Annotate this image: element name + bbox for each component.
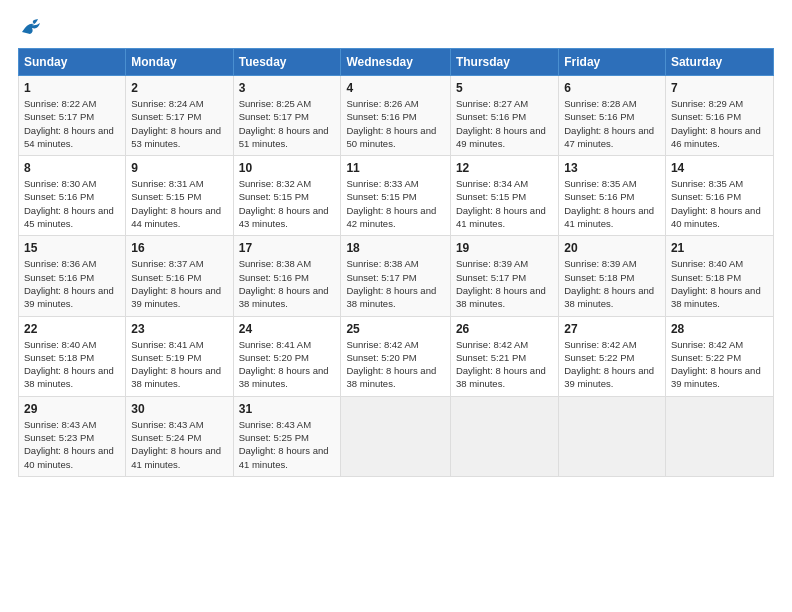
day-number: 8	[24, 161, 120, 175]
day-number: 21	[671, 241, 768, 255]
sunrise-text: Sunrise: 8:35 AM	[564, 177, 660, 190]
calendar-table: SundayMondayTuesdayWednesdayThursdayFrid…	[18, 48, 774, 477]
calendar-cell: 12 Sunrise: 8:34 AM Sunset: 5:15 PM Dayl…	[450, 156, 558, 236]
sunset-text: Sunset: 5:17 PM	[456, 271, 553, 284]
sunset-text: Sunset: 5:17 PM	[131, 110, 227, 123]
day-info: Sunrise: 8:24 AM Sunset: 5:17 PM Dayligh…	[131, 97, 227, 150]
calendar-cell: 6 Sunrise: 8:28 AM Sunset: 5:16 PM Dayli…	[559, 76, 666, 156]
sunset-text: Sunset: 5:20 PM	[239, 351, 336, 364]
sunset-text: Sunset: 5:15 PM	[456, 190, 553, 203]
sunset-text: Sunset: 5:16 PM	[456, 110, 553, 123]
sunset-text: Sunset: 5:17 PM	[346, 271, 445, 284]
sunset-text: Sunset: 5:23 PM	[24, 431, 120, 444]
day-info: Sunrise: 8:42 AM Sunset: 5:20 PM Dayligh…	[346, 338, 445, 391]
day-number: 1	[24, 81, 120, 95]
calendar-cell: 24 Sunrise: 8:41 AM Sunset: 5:20 PM Dayl…	[233, 316, 341, 396]
day-info: Sunrise: 8:26 AM Sunset: 5:16 PM Dayligh…	[346, 97, 445, 150]
day-number: 17	[239, 241, 336, 255]
day-info: Sunrise: 8:31 AM Sunset: 5:15 PM Dayligh…	[131, 177, 227, 230]
sunrise-text: Sunrise: 8:26 AM	[346, 97, 445, 110]
day-info: Sunrise: 8:32 AM Sunset: 5:15 PM Dayligh…	[239, 177, 336, 230]
day-number: 15	[24, 241, 120, 255]
sunrise-text: Sunrise: 8:37 AM	[131, 257, 227, 270]
sunrise-text: Sunrise: 8:34 AM	[456, 177, 553, 190]
calendar-week-row: 29 Sunrise: 8:43 AM Sunset: 5:23 PM Dayl…	[19, 396, 774, 476]
day-info: Sunrise: 8:38 AM Sunset: 5:16 PM Dayligh…	[239, 257, 336, 310]
page-header	[18, 18, 774, 36]
day-number: 24	[239, 322, 336, 336]
calendar-cell	[665, 396, 773, 476]
daylight-text: Daylight: 8 hours and 41 minutes.	[456, 204, 553, 231]
sunrise-text: Sunrise: 8:22 AM	[24, 97, 120, 110]
day-number: 25	[346, 322, 445, 336]
logo-bird-icon	[20, 18, 42, 36]
daylight-text: Daylight: 8 hours and 54 minutes.	[24, 124, 120, 151]
sunrise-text: Sunrise: 8:39 AM	[456, 257, 553, 270]
sunset-text: Sunset: 5:20 PM	[346, 351, 445, 364]
day-info: Sunrise: 8:42 AM Sunset: 5:22 PM Dayligh…	[564, 338, 660, 391]
day-info: Sunrise: 8:38 AM Sunset: 5:17 PM Dayligh…	[346, 257, 445, 310]
sunset-text: Sunset: 5:24 PM	[131, 431, 227, 444]
day-info: Sunrise: 8:34 AM Sunset: 5:15 PM Dayligh…	[456, 177, 553, 230]
sunset-text: Sunset: 5:16 PM	[239, 271, 336, 284]
calendar-header-friday: Friday	[559, 49, 666, 76]
day-number: 10	[239, 161, 336, 175]
calendar-header-thursday: Thursday	[450, 49, 558, 76]
sunrise-text: Sunrise: 8:31 AM	[131, 177, 227, 190]
day-number: 4	[346, 81, 445, 95]
sunrise-text: Sunrise: 8:42 AM	[346, 338, 445, 351]
day-number: 20	[564, 241, 660, 255]
calendar-cell: 30 Sunrise: 8:43 AM Sunset: 5:24 PM Dayl…	[126, 396, 233, 476]
sunset-text: Sunset: 5:17 PM	[239, 110, 336, 123]
sunrise-text: Sunrise: 8:43 AM	[131, 418, 227, 431]
calendar-cell: 4 Sunrise: 8:26 AM Sunset: 5:16 PM Dayli…	[341, 76, 451, 156]
sunset-text: Sunset: 5:25 PM	[239, 431, 336, 444]
day-info: Sunrise: 8:28 AM Sunset: 5:16 PM Dayligh…	[564, 97, 660, 150]
logo	[18, 18, 42, 36]
day-info: Sunrise: 8:40 AM Sunset: 5:18 PM Dayligh…	[24, 338, 120, 391]
calendar-cell: 7 Sunrise: 8:29 AM Sunset: 5:16 PM Dayli…	[665, 76, 773, 156]
sunrise-text: Sunrise: 8:38 AM	[346, 257, 445, 270]
sunrise-text: Sunrise: 8:30 AM	[24, 177, 120, 190]
daylight-text: Daylight: 8 hours and 50 minutes.	[346, 124, 445, 151]
calendar-cell: 14 Sunrise: 8:35 AM Sunset: 5:16 PM Dayl…	[665, 156, 773, 236]
calendar-cell: 28 Sunrise: 8:42 AM Sunset: 5:22 PM Dayl…	[665, 316, 773, 396]
day-number: 6	[564, 81, 660, 95]
day-number: 3	[239, 81, 336, 95]
day-info: Sunrise: 8:43 AM Sunset: 5:24 PM Dayligh…	[131, 418, 227, 471]
daylight-text: Daylight: 8 hours and 41 minutes.	[239, 444, 336, 471]
daylight-text: Daylight: 8 hours and 42 minutes.	[346, 204, 445, 231]
sunset-text: Sunset: 5:15 PM	[131, 190, 227, 203]
daylight-text: Daylight: 8 hours and 44 minutes.	[131, 204, 227, 231]
day-number: 12	[456, 161, 553, 175]
day-info: Sunrise: 8:29 AM Sunset: 5:16 PM Dayligh…	[671, 97, 768, 150]
day-number: 18	[346, 241, 445, 255]
calendar-cell: 22 Sunrise: 8:40 AM Sunset: 5:18 PM Dayl…	[19, 316, 126, 396]
daylight-text: Daylight: 8 hours and 38 minutes.	[346, 284, 445, 311]
calendar-cell: 2 Sunrise: 8:24 AM Sunset: 5:17 PM Dayli…	[126, 76, 233, 156]
sunset-text: Sunset: 5:18 PM	[24, 351, 120, 364]
day-info: Sunrise: 8:40 AM Sunset: 5:18 PM Dayligh…	[671, 257, 768, 310]
daylight-text: Daylight: 8 hours and 39 minutes.	[24, 284, 120, 311]
calendar-week-row: 15 Sunrise: 8:36 AM Sunset: 5:16 PM Dayl…	[19, 236, 774, 316]
page-container: SundayMondayTuesdayWednesdayThursdayFrid…	[0, 0, 792, 487]
day-info: Sunrise: 8:41 AM Sunset: 5:20 PM Dayligh…	[239, 338, 336, 391]
day-info: Sunrise: 8:42 AM Sunset: 5:22 PM Dayligh…	[671, 338, 768, 391]
sunrise-text: Sunrise: 8:42 AM	[671, 338, 768, 351]
sunset-text: Sunset: 5:18 PM	[564, 271, 660, 284]
day-info: Sunrise: 8:43 AM Sunset: 5:23 PM Dayligh…	[24, 418, 120, 471]
calendar-header-row: SundayMondayTuesdayWednesdayThursdayFrid…	[19, 49, 774, 76]
calendar-cell	[450, 396, 558, 476]
calendar-cell: 5 Sunrise: 8:27 AM Sunset: 5:16 PM Dayli…	[450, 76, 558, 156]
sunset-text: Sunset: 5:16 PM	[346, 110, 445, 123]
daylight-text: Daylight: 8 hours and 41 minutes.	[131, 444, 227, 471]
daylight-text: Daylight: 8 hours and 38 minutes.	[131, 364, 227, 391]
day-number: 29	[24, 402, 120, 416]
sunset-text: Sunset: 5:16 PM	[564, 110, 660, 123]
sunrise-text: Sunrise: 8:27 AM	[456, 97, 553, 110]
day-number: 5	[456, 81, 553, 95]
daylight-text: Daylight: 8 hours and 38 minutes.	[346, 364, 445, 391]
day-number: 9	[131, 161, 227, 175]
daylight-text: Daylight: 8 hours and 38 minutes.	[239, 364, 336, 391]
day-info: Sunrise: 8:35 AM Sunset: 5:16 PM Dayligh…	[671, 177, 768, 230]
